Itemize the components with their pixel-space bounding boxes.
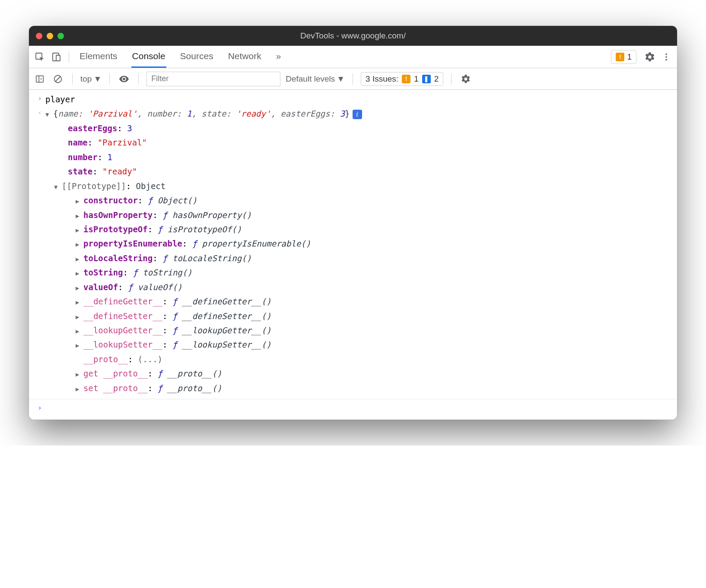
titlebar: DevTools - www.google.com/ [29, 26, 677, 46]
chevron-down-icon: ▼ [93, 74, 102, 84]
svg-point-3 [665, 53, 667, 55]
object-property[interactable]: state: "ready" [29, 164, 677, 179]
prototype-method[interactable]: isPrototypeOf: ƒ isPrototypeOf() [29, 222, 677, 237]
prototype-accessor[interactable]: get __proto__: ƒ __proto__() [29, 367, 677, 381]
object-property[interactable]: name: "Parzival" [29, 136, 677, 150]
prototype-method[interactable]: __defineSetter__: ƒ __defineSetter__() [29, 309, 677, 323]
expand-toggle-icon[interactable] [76, 284, 82, 293]
object-preview: {name: 'Parzival', number: 1, state: 're… [45, 107, 672, 120]
kebab-menu-icon[interactable] [660, 51, 673, 63]
issues-warn-count: 1 [414, 74, 419, 84]
output-chevron-icon: ‹ [34, 107, 45, 118]
expand-toggle-icon[interactable] [54, 183, 60, 192]
console-filterbar: top ▼ Default levels ▼ 3 Issues: ! 1 ❚ 2 [29, 68, 677, 90]
expand-toggle-icon[interactable] [76, 327, 82, 336]
main-toolbar: Elements Console Sources Network » ! 1 [29, 46, 677, 68]
input-chevron-icon: › [34, 93, 45, 104]
svg-point-5 [665, 59, 667, 60]
prototype-accessor[interactable]: set __proto__: ƒ __proto__() [29, 381, 677, 395]
device-toggle-icon[interactable] [50, 51, 63, 63]
expand-toggle-icon[interactable] [76, 226, 82, 235]
log-levels-selector[interactable]: Default levels ▼ [286, 74, 345, 84]
inspect-element-icon[interactable] [33, 51, 46, 63]
prototype-method[interactable]: toString: ƒ toString() [29, 266, 677, 280]
expand-toggle-icon[interactable] [76, 298, 82, 307]
issues-info-count: 2 [434, 74, 439, 84]
expand-toggle-icon[interactable] [76, 269, 82, 278]
issues-label: 3 Issues: [366, 74, 398, 84]
prototype-method[interactable]: __lookupGetter__: ƒ __lookupGetter__() [29, 323, 677, 338]
devtools-window: DevTools - www.google.com/ Elements Cons… [29, 26, 677, 420]
divider [353, 73, 353, 85]
levels-label: Default levels [286, 74, 335, 84]
tab-elements[interactable]: Elements [79, 46, 118, 68]
context-label: top [80, 74, 92, 84]
console-output: › player ‹ {name: 'Parzival', number: 1,… [29, 90, 677, 420]
info-icon: ❚ [422, 75, 431, 83]
minimize-window-button[interactable] [47, 33, 53, 39]
console-output-row[interactable]: ‹ {name: 'Parzival', number: 1, state: '… [29, 107, 677, 121]
divider [109, 73, 110, 85]
maximize-window-button[interactable] [57, 33, 64, 39]
divider [451, 73, 452, 85]
expand-toggle-icon[interactable] [76, 341, 82, 351]
expand-toggle-icon[interactable] [76, 212, 82, 221]
object-property[interactable]: easterEggs: 3 [29, 121, 677, 136]
prototype-row[interactable]: [[Prototype]]: Object [29, 179, 677, 193]
object-property[interactable]: number: 1 [29, 150, 677, 164]
console-input-text: player [45, 93, 672, 106]
proto-accessor[interactable]: __proto__: (...) [29, 352, 677, 367]
issues-chip[interactable]: 3 Issues: ! 1 ❚ 2 [361, 72, 443, 86]
svg-rect-6 [36, 76, 44, 82]
expand-toggle-icon[interactable] [76, 240, 82, 250]
prompt-chevron-icon: › [34, 403, 45, 414]
console-prompt[interactable]: › [29, 399, 677, 420]
tab-network[interactable]: Network [227, 46, 262, 68]
svg-point-4 [665, 56, 667, 58]
chevron-down-icon: ▼ [337, 74, 345, 84]
prototype-method[interactable]: __lookupSetter__: ƒ __lookupSetter__() [29, 338, 677, 352]
prototype-method[interactable]: toLocaleString: ƒ toLocaleString() [29, 251, 677, 266]
console-settings-icon[interactable] [459, 73, 472, 85]
sidebar-toggle-icon[interactable] [33, 73, 46, 85]
info-icon[interactable]: i [353, 110, 362, 119]
divider [138, 73, 139, 85]
filter-input[interactable] [146, 72, 280, 86]
prototype-method[interactable]: hasOwnProperty: ƒ hasOwnProperty() [29, 208, 677, 222]
tab-sources[interactable]: Sources [179, 46, 214, 68]
warning-icon: ! [616, 53, 624, 61]
console-input-row: › player [29, 92, 677, 107]
expand-toggle-icon[interactable] [76, 313, 82, 322]
expand-toggle-icon[interactable] [76, 197, 82, 206]
warning-count: 1 [627, 52, 632, 62]
traffic-lights [36, 33, 64, 39]
panel-tabs: Elements Console Sources Network » [79, 46, 282, 68]
expand-toggle-icon[interactable] [76, 370, 82, 379]
close-window-button[interactable] [36, 33, 42, 39]
settings-icon[interactable] [643, 51, 656, 63]
prototype-method[interactable]: propertyIsEnumerable: ƒ propertyIsEnumer… [29, 237, 677, 251]
tab-console[interactable]: Console [131, 46, 166, 68]
expand-toggle-icon[interactable] [45, 110, 51, 120]
expand-toggle-icon[interactable] [76, 255, 82, 264]
divider [69, 51, 69, 63]
prototype-method[interactable]: constructor: ƒ Object() [29, 193, 677, 208]
clear-console-icon[interactable] [51, 73, 64, 85]
warnings-badge[interactable]: ! 1 [611, 50, 636, 64]
expand-toggle-icon[interactable] [76, 385, 82, 394]
execution-context-selector[interactable]: top ▼ [80, 74, 102, 84]
divider [72, 73, 73, 85]
prototype-method[interactable]: __defineGetter__: ƒ __defineGetter__() [29, 294, 677, 309]
more-tabs-icon[interactable]: » [275, 46, 282, 68]
live-expression-icon[interactable] [118, 73, 130, 85]
window-title: DevTools - www.google.com/ [29, 31, 677, 41]
prototype-method[interactable]: valueOf: ƒ valueOf() [29, 280, 677, 294]
svg-rect-2 [56, 55, 60, 61]
warning-icon: ! [402, 75, 410, 83]
